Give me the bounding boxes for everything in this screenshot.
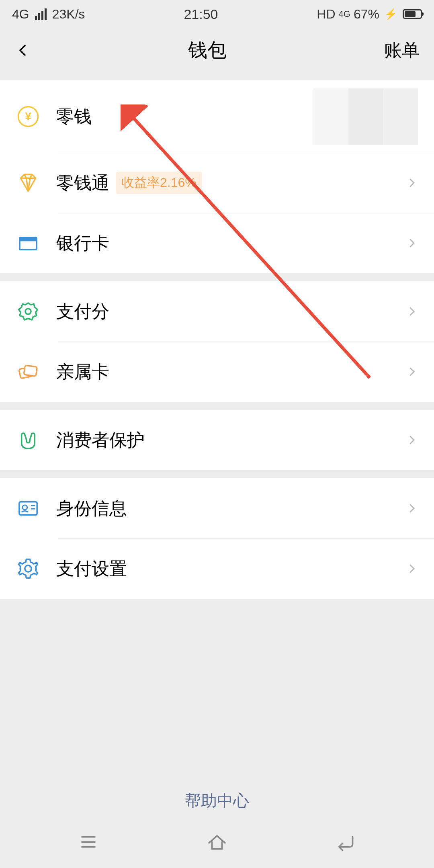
list-item-family-card[interactable]: 亲属卡	[0, 342, 434, 402]
chevron-right-icon	[406, 502, 418, 514]
card-icon	[14, 229, 42, 257]
signal-icon	[35, 8, 47, 20]
list-item-consumer-protect[interactable]: 消费者保护	[0, 410, 434, 470]
chevron-right-icon	[406, 237, 418, 249]
page-title: 钱包	[188, 37, 227, 63]
hands-icon	[14, 426, 42, 454]
battery-icon	[400, 9, 422, 19]
linked-card-icon	[14, 358, 42, 385]
list-item-balance-plus[interactable]: 零钱通 收益率2.16%	[0, 153, 434, 213]
list-item-pay-settings[interactable]: 支付设置	[0, 538, 434, 599]
menu-icon	[76, 830, 100, 854]
chevron-right-icon	[406, 177, 418, 189]
yen-circle-icon: ¥	[14, 103, 42, 130]
item-label: 亲属卡	[56, 360, 109, 384]
battery-percent: 67%	[354, 7, 379, 22]
chevron-left-icon	[15, 43, 30, 57]
chevron-right-icon	[406, 563, 418, 575]
hd-label: HD	[317, 7, 335, 22]
chevron-right-icon	[406, 305, 418, 317]
svg-point-11	[25, 565, 31, 572]
svg-rect-3	[20, 237, 37, 241]
chevron-right-icon	[406, 434, 418, 446]
status-bar: 4G 23K/s 21:50 HD 4G 67% ⚡	[0, 0, 434, 28]
diamond-icon	[14, 169, 42, 197]
status-time: 21:50	[184, 6, 218, 22]
network-speed: 23K/s	[52, 7, 85, 22]
list-item-balance[interactable]: ¥ 零钱	[0, 80, 434, 153]
section-settings: 身份信息 支付设置	[0, 478, 434, 599]
bills-button[interactable]: 账单	[384, 39, 420, 62]
list-item-pay-score[interactable]: 支付分	[0, 281, 434, 342]
chevron-right-icon	[406, 366, 418, 378]
soft-nav-bar	[0, 816, 434, 868]
item-label: 身份信息	[56, 497, 127, 520]
item-label: 支付设置	[56, 557, 127, 581]
section-pay: 支付分 亲属卡	[0, 281, 434, 402]
help-link[interactable]: 帮助中心	[185, 792, 249, 809]
id-card-icon	[14, 495, 42, 522]
item-label: 支付分	[56, 300, 109, 323]
nav-bar: 钱包 账单	[0, 28, 434, 72]
return-icon	[334, 830, 358, 854]
list-item-bank-cards[interactable]: 银行卡	[0, 213, 434, 273]
section-protect: 消费者保护	[0, 410, 434, 470]
return-button[interactable]	[330, 830, 362, 854]
medal-icon	[14, 298, 42, 325]
svg-point-4	[25, 309, 31, 314]
svg-rect-6	[24, 365, 37, 376]
svg-point-8	[23, 505, 27, 510]
charging-icon: ⚡	[384, 8, 397, 20]
data-icon: 4G	[339, 10, 350, 18]
home-icon	[205, 830, 229, 854]
list-item-identity[interactable]: 身份信息	[0, 478, 434, 538]
item-label: 零钱	[56, 105, 92, 129]
yield-badge: 收益率2.16%	[116, 172, 202, 194]
redacted-value	[313, 88, 418, 145]
item-label: 银行卡	[56, 231, 109, 255]
section-money: ¥ 零钱 零钱通 收益率2.16% 银行卡	[0, 80, 434, 273]
network-label: 4G	[12, 7, 29, 22]
content: ¥ 零钱 零钱通 收益率2.16% 银行卡	[0, 80, 434, 599]
menu-button[interactable]	[72, 830, 104, 854]
item-label: 零钱通	[56, 171, 109, 195]
svg-text:¥: ¥	[25, 110, 31, 123]
home-button[interactable]	[201, 830, 233, 854]
gear-icon	[14, 555, 42, 582]
back-button[interactable]	[14, 42, 31, 58]
item-label: 消费者保护	[56, 428, 145, 452]
